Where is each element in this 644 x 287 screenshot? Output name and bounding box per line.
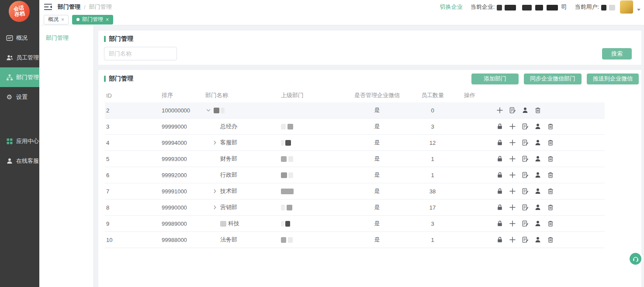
trash-icon[interactable] <box>547 172 554 178</box>
user-icon[interactable] <box>534 123 541 130</box>
push-to-wecom-button[interactable]: 推送到企业微信 <box>587 74 639 84</box>
edit-icon[interactable] <box>509 107 516 114</box>
plus-icon[interactable] <box>509 220 516 227</box>
edit-icon[interactable] <box>522 172 529 178</box>
trash-icon[interactable] <box>547 188 554 195</box>
plus-icon[interactable] <box>509 188 516 195</box>
customer-service-float-button[interactable] <box>630 253 641 265</box>
edit-icon[interactable] <box>522 155 529 162</box>
trash-icon[interactable] <box>547 155 554 162</box>
plus-icon[interactable] <box>509 139 516 146</box>
sidebar-item-departments[interactable]: 部门管理 <box>0 67 39 87</box>
user-icon[interactable] <box>534 172 541 178</box>
filter-card-header: 部门管理 <box>104 35 632 43</box>
cell-sort: 99993000 <box>160 156 204 162</box>
tree-expand-icon[interactable] <box>212 140 218 146</box>
sidebar-item-overview[interactable]: 概况 <box>0 28 39 48</box>
lock-icon[interactable] <box>496 220 503 227</box>
col-header-parent: 上级部门 <box>280 91 350 99</box>
table-row: 4 99994000 客服部 是 12 <box>105 135 605 151</box>
cell-staff-count: 1 <box>405 156 460 162</box>
user-icon[interactable] <box>534 204 541 211</box>
trash-icon[interactable] <box>547 204 554 211</box>
lock-icon[interactable] <box>496 188 503 195</box>
sidebar: 会话 存档 概况 员工管理 部门管理⚙ 设置 应用中心 在线客服 <box>0 0 39 287</box>
cell-id: 3 <box>105 123 160 130</box>
lock-icon[interactable] <box>496 155 503 162</box>
trash-icon[interactable] <box>547 236 554 243</box>
edit-icon[interactable] <box>522 220 529 227</box>
current-company-suffix: 司 <box>561 3 567 11</box>
trash-icon[interactable] <box>534 107 541 114</box>
redacted-text <box>281 156 287 162</box>
collapse-menu-icon[interactable] <box>44 4 52 10</box>
sidebar-item-support[interactable]: 在线客服 <box>0 151 39 171</box>
edit-icon[interactable] <box>522 139 529 146</box>
cell-id: 8 <box>105 204 160 211</box>
filter-card: 部门管理 搜索 <box>98 31 641 65</box>
cell-id: 4 <box>105 140 160 146</box>
breadcrumb-item-first[interactable]: 部门管理 <box>58 3 80 11</box>
sync-wecom-departments-button[interactable]: 同步企业微信部门 <box>524 74 582 84</box>
user-menu-caret-icon[interactable] <box>637 9 641 11</box>
sidebar-item-label: 概况 <box>16 34 28 42</box>
headset-icon <box>632 256 639 262</box>
plus-icon[interactable] <box>509 155 516 162</box>
lock-icon[interactable] <box>496 123 503 130</box>
plus-icon[interactable] <box>509 172 516 178</box>
tab-部门管理[interactable]: 部门管理 × <box>72 15 113 24</box>
switch-company-link[interactable]: 切换企业 <box>440 3 463 11</box>
user-icon[interactable] <box>534 236 541 243</box>
edit-icon[interactable] <box>522 204 529 211</box>
tree-expand-icon[interactable] <box>212 188 218 194</box>
cell-parent <box>280 237 350 243</box>
edit-icon[interactable] <box>522 236 529 243</box>
sidebar-item-employees[interactable]: 员工管理 <box>0 48 39 67</box>
user-icon[interactable] <box>534 188 541 195</box>
trash-icon[interactable] <box>547 123 554 130</box>
lock-icon[interactable] <box>496 204 503 211</box>
department-name-input[interactable] <box>104 47 177 60</box>
plus-icon[interactable] <box>496 107 503 114</box>
lock-icon[interactable] <box>496 172 503 178</box>
cell-name: 科技 <box>204 220 280 228</box>
tree-expand-icon[interactable] <box>212 204 218 210</box>
tab-概况[interactable]: 概况 × <box>44 15 69 24</box>
table-row: 3 99999000 总经办 是 3 <box>105 119 605 135</box>
trash-icon[interactable] <box>547 220 554 227</box>
lock-icon[interactable] <box>496 236 503 243</box>
user-icon[interactable] <box>522 107 529 114</box>
tab-close-icon[interactable]: × <box>106 17 109 23</box>
current-user-label: 当前用户: <box>575 3 599 11</box>
edit-icon[interactable] <box>522 123 529 130</box>
plus-icon[interactable] <box>509 204 516 211</box>
sidebar-item-apps[interactable]: 应用中心 <box>0 131 39 151</box>
cell-staff-count: 3 <box>405 220 460 227</box>
plus-icon[interactable] <box>509 123 516 130</box>
edit-icon[interactable] <box>522 188 529 195</box>
user-icon[interactable] <box>534 155 541 162</box>
sidebar-item-settings[interactable]: ⚙ 设置 <box>0 87 39 107</box>
trash-icon[interactable] <box>547 139 554 146</box>
plus-icon[interactable] <box>509 236 516 243</box>
search-button[interactable]: 搜索 <box>602 48 632 60</box>
redacted-text <box>281 237 286 243</box>
redacted-text <box>609 5 615 10</box>
lock-icon[interactable] <box>496 139 503 146</box>
cell-id: 7 <box>105 188 160 195</box>
tab-close-icon[interactable]: × <box>61 17 64 23</box>
settings-icon: ⚙ <box>6 93 13 101</box>
redacted-text <box>601 5 606 10</box>
table-header-row: ID 排序 部门名称 上级部门 是否管理企业微信 员工数量 操作 <box>105 88 605 102</box>
active-tab-dot <box>76 18 80 21</box>
add-department-button[interactable]: 添加部门 <box>471 74 519 84</box>
avatar[interactable] <box>620 0 633 14</box>
tree-collapse-icon[interactable] <box>205 107 211 113</box>
submenu-item-departments[interactable]: 部门管理 <box>46 34 93 42</box>
cell-parent <box>280 189 350 194</box>
cell-sort: 99988000 <box>160 237 204 243</box>
department-name: 总经办 <box>220 122 237 130</box>
cell-manage-wecom: 是 <box>350 236 405 244</box>
user-icon[interactable] <box>534 139 541 146</box>
user-icon[interactable] <box>534 220 541 227</box>
